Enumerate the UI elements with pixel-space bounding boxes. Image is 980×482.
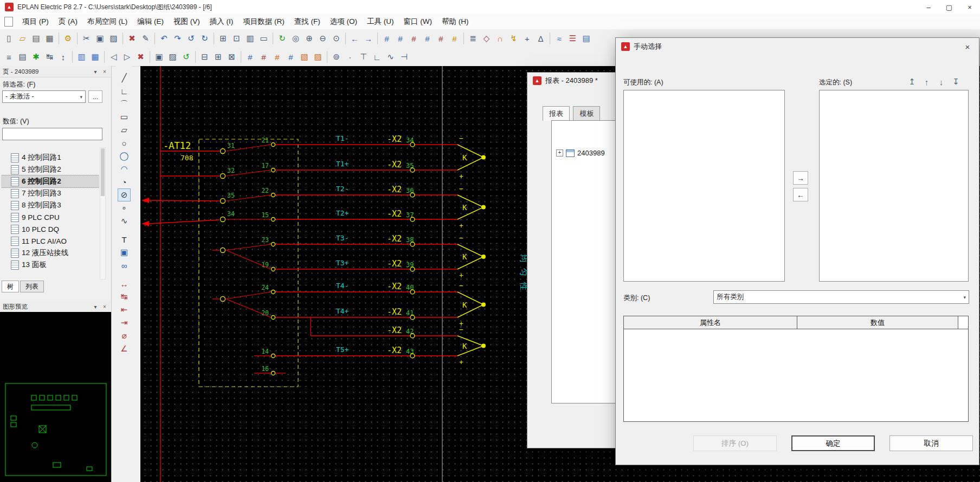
menu-item-6[interactable]: 项目数据 (R) <box>238 15 289 29</box>
cable-navigator-icon[interactable]: ⊠ <box>225 50 238 64</box>
undo-list-icon[interactable]: ↺ <box>184 32 198 45</box>
page-forward-icon[interactable]: → <box>362 32 375 45</box>
insert-text-icon[interactable]: T <box>118 233 131 246</box>
draw-sector-icon[interactable]: ◔ <box>118 175 131 188</box>
sort-button[interactable]: 排序 (O) <box>693 435 777 451</box>
menu-item-10[interactable]: 窗口 (W) <box>399 15 437 29</box>
redo-icon[interactable]: ↷ <box>171 32 184 45</box>
grid-size-d-icon[interactable]: # <box>434 32 448 45</box>
dimension-increment-icon[interactable]: ⇥ <box>118 316 131 329</box>
preview-panel-header[interactable]: 图形预览 ▾× <box>0 301 111 312</box>
terminal-navigator-icon[interactable]: ⊞ <box>211 50 225 64</box>
page-tree-scrollbar[interactable] <box>100 147 106 279</box>
column-property-name[interactable]: 属性名 <box>624 316 797 329</box>
menu-item-7[interactable]: 查找 (F) <box>289 15 325 29</box>
undo-icon[interactable]: ↶ <box>157 32 171 45</box>
device-navigator-icon[interactable]: ⊟ <box>198 50 211 64</box>
value-input[interactable] <box>2 128 102 140</box>
tree-item-page-1[interactable]: 5 控制回路2 <box>1 164 99 175</box>
tab-tree[interactable]: 树 <box>2 281 19 292</box>
dimension-continued-icon[interactable]: ↹ <box>118 290 131 303</box>
dock-menu-icon[interactable]: ▾ <box>92 303 99 310</box>
draw-rectangle-diagonal-icon[interactable]: ▱ <box>118 123 131 136</box>
insert-image-icon[interactable]: ▣ <box>118 246 131 259</box>
tab-list[interactable]: 列表 <box>20 281 44 292</box>
coordinate-input-icon[interactable]: + <box>520 32 534 45</box>
dimension-radius-icon[interactable]: ⌀ <box>118 329 131 342</box>
t-node-icon[interactable]: ⊤ <box>357 50 370 64</box>
move-down-button[interactable]: ↓ <box>934 76 949 88</box>
zoom-out-icon[interactable]: ⊖ <box>316 32 330 45</box>
close-icon[interactable]: × <box>956 38 979 55</box>
manual-dialog-titlebar[interactable]: ▲ 手动选择 × <box>616 38 979 55</box>
title-bar[interactable]: ▲ EPLAN Electric P8 2.7 - C:\Users\stark… <box>0 0 980 15</box>
redo-list-icon[interactable]: ↻ <box>198 32 211 45</box>
expand-icon[interactable]: + <box>556 149 563 157</box>
tree-item-page-3[interactable]: 7 控制回路3 <box>1 187 99 199</box>
grid-on-off-icon[interactable]: # <box>380 32 394 45</box>
draw-spline-icon[interactable]: ∿ <box>118 214 131 227</box>
category-combobox[interactable]: 所有类别 ▾ <box>713 290 969 304</box>
format-painter-icon[interactable]: ✎ <box>139 32 152 45</box>
tree-item-page-4[interactable]: 8 控制回路3 <box>1 199 99 211</box>
open-icon[interactable]: ▱ <box>16 32 29 45</box>
settings-wrench-icon[interactable]: ⚙ <box>61 32 75 45</box>
property-table-body[interactable] <box>623 329 969 422</box>
menu-item-8[interactable]: 选项 (O) <box>325 15 362 29</box>
symbol-grid-3-icon[interactable]: # <box>270 50 284 64</box>
parts-box-icon[interactable]: ▧ <box>298 50 311 64</box>
design-mode-icon[interactable]: ∩ <box>493 32 507 45</box>
symbol-grid-2-icon[interactable]: # <box>257 50 270 64</box>
dimension-linear-icon[interactable]: ↔ <box>118 277 131 290</box>
next-page-icon[interactable]: ▷ <box>120 50 134 64</box>
tree-item-page-8[interactable]: 12 液压站接线 <box>1 247 99 259</box>
reports-icon[interactable]: ▥ <box>75 50 88 64</box>
page-tree-icon[interactable]: ▤ <box>16 50 29 64</box>
dimension-baseline-icon[interactable]: ⇤ <box>118 303 131 316</box>
insert-window-macro-icon[interactable]: ⊞ <box>216 32 230 45</box>
copy-icon[interactable]: ▣ <box>93 32 107 45</box>
move-up-button[interactable]: ↑ <box>919 76 934 88</box>
wire-junction-icon[interactable]: ∙ <box>343 50 357 64</box>
add-to-selected-button[interactable]: → <box>793 171 808 185</box>
parts-list-icon[interactable]: ▨ <box>311 50 325 64</box>
object-snap-icon[interactable]: ◇ <box>480 32 493 45</box>
dock-close-icon[interactable]: × <box>101 68 108 75</box>
close-button[interactable]: × <box>959 0 980 14</box>
remove-from-selected-button[interactable]: ← <box>793 188 808 201</box>
new-icon[interactable]: ▯ <box>2 32 16 45</box>
tree-item-page-5[interactable]: 9 PLC CPU <box>1 211 99 223</box>
draw-point-icon[interactable]: ∘ <box>118 201 131 214</box>
page-preview-icon[interactable]: ▤ <box>29 32 43 45</box>
draw-rectangle-icon[interactable]: ▭ <box>118 110 131 123</box>
tab-report[interactable]: 报表 <box>543 106 570 121</box>
tree-item-page-6[interactable]: 10 PLC DQ <box>1 223 99 235</box>
filter-combobox[interactable]: - 未激活 - ▾ <box>2 90 86 103</box>
maximize-button[interactable]: ▢ <box>939 0 959 14</box>
insert-graphic-icon[interactable]: ▥ <box>243 32 257 45</box>
previous-page-icon[interactable]: ◁ <box>107 50 120 64</box>
symbol-grid-1-icon[interactable]: # <box>243 50 257 64</box>
tree-item-page-0[interactable]: 4 控制回路1 <box>1 152 99 164</box>
connection-line-icon[interactable]: ∿ <box>384 50 397 64</box>
graphical-preview[interactable] <box>0 312 111 482</box>
new-page-icon[interactable]: ✱ <box>29 50 43 64</box>
insert-device-icon[interactable]: ⊚ <box>330 50 343 64</box>
navigator-view-icon[interactable]: ▤ <box>579 32 593 45</box>
space-horizontal-icon[interactable]: ↹ <box>43 50 56 64</box>
dimension-angle-icon[interactable]: ∠ <box>118 342 131 355</box>
tree-item-page-2[interactable]: 6 控制回路2 <box>1 175 99 187</box>
potential-view-icon[interactable]: ☰ <box>566 32 579 45</box>
zoom-entire-page-icon[interactable]: ⊙ <box>330 32 343 45</box>
draw-line-icon[interactable]: ╱ <box>118 71 131 84</box>
tree-item-page-7[interactable]: 11 PLC AI/AO <box>1 235 99 247</box>
break-point-icon[interactable]: ⊣ <box>397 50 411 64</box>
increment-icon[interactable]: ∆ <box>534 32 547 45</box>
symbol-grid-4-icon[interactable]: # <box>284 50 298 64</box>
page-navigator-icon[interactable]: ≡ <box>2 50 16 64</box>
redraw-icon[interactable]: ↻ <box>275 32 289 45</box>
dock-close-icon[interactable]: × <box>101 303 108 310</box>
cut-icon[interactable]: ✂ <box>80 32 93 45</box>
print-icon[interactable]: ▦ <box>43 32 56 45</box>
draw-arc-3point-icon[interactable]: ◠ <box>118 162 131 175</box>
